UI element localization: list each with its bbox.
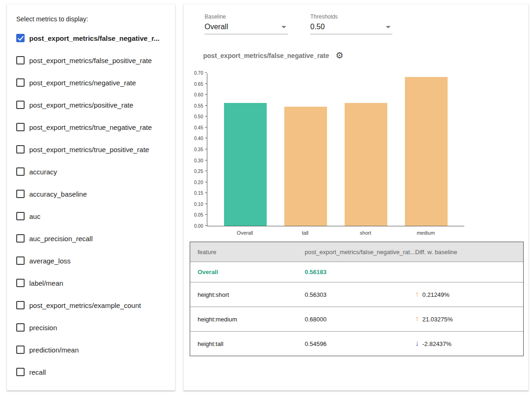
checkbox-unchecked-icon[interactable] [16, 256, 25, 265]
table-header-cell: Diff. w. baseline [408, 249, 523, 256]
metric-list-item[interactable]: label/mean [16, 272, 166, 294]
diff-cell: ↑21.03275% [408, 314, 523, 324]
checkbox-unchecked-icon[interactable] [16, 145, 25, 154]
diff-value: 0.21249% [423, 291, 450, 298]
metric-label: post_export_metrics/false_positive_rate [29, 57, 152, 64]
metric-list-item[interactable]: post_export_metrics/negative_rate [16, 71, 166, 94]
y-axis-tick-mark [205, 214, 207, 215]
thresholds-select[interactable]: 0.50 [310, 23, 392, 34]
metrics-table: featurepost_export_metrics/false_negativ… [190, 242, 524, 356]
feature-cell: height:tall [190, 340, 297, 347]
baseline-select[interactable]: Overall [205, 23, 288, 34]
y-axis-tick-mark [205, 72, 207, 73]
x-axis-tick-label: short [360, 230, 371, 236]
feature-cell: Overall [190, 269, 297, 275]
y-axis-tick-mark [205, 171, 207, 171]
checkbox-unchecked-icon[interactable] [16, 56, 25, 64]
table-header-cell: feature [190, 249, 297, 256]
y-axis-tick-mark [205, 105, 207, 106]
chart-title: post_export_metrics/false_negative_rate [203, 52, 329, 59]
checkbox-unchecked-icon[interactable] [16, 279, 25, 287]
y-axis-tick-label: 0.45 [184, 125, 203, 130]
y-axis-tick-mark [205, 116, 207, 116]
y-axis-tick-mark [205, 138, 207, 138]
diff-cell: ↓-2.82437% [408, 339, 523, 348]
y-axis-tick-label: 0.15 [184, 191, 203, 196]
metric-list-item[interactable]: post_export_metrics/false_negative_r... [16, 27, 166, 49]
y-axis-tick-mark [205, 204, 207, 204]
metric-label: prediction/mean [29, 346, 79, 354]
y-axis-tick-label: 0.10 [184, 202, 203, 207]
checkbox-unchecked-icon[interactable] [16, 78, 25, 87]
checkbox-checked-icon[interactable] [16, 34, 25, 42]
bar-Overall[interactable] [224, 103, 267, 226]
metric-list-item[interactable]: post_export_metrics/true_positive_rate [16, 138, 166, 160]
bar-tall[interactable] [284, 107, 327, 226]
y-axis-tick-mark [205, 127, 207, 128]
metric-list-item[interactable]: average_loss [16, 250, 166, 272]
thresholds-select-value: 0.50 [310, 23, 325, 31]
y-axis-tick-label: 0.05 [184, 212, 203, 218]
y-axis-tick-label: 0.40 [184, 136, 203, 141]
metric-list-item[interactable]: post_export_metrics/true_negative_rate [16, 116, 166, 138]
chart-header: post_export_metrics/false_negative_rate … [203, 51, 344, 60]
checkbox-unchecked-icon[interactable] [16, 167, 25, 176]
metric-list-item[interactable]: auc_precision_recall [16, 227, 166, 250]
checkbox-unchecked-icon[interactable] [16, 123, 25, 131]
y-axis-tick-label: 0.60 [184, 92, 203, 97]
metric-list-item[interactable]: recall [16, 361, 166, 383]
baseline-label: Baseline [205, 13, 288, 20]
y-axis-tick-label: 0.70 [184, 70, 203, 76]
checkbox-unchecked-icon[interactable] [16, 301, 25, 309]
y-axis-tick-label: 0.25 [184, 169, 203, 174]
metric-value-cell: 0.68000 [297, 316, 408, 323]
table-header-row: featurepost_export_metrics/false_negativ… [190, 242, 523, 262]
y-axis-tick-label: 0.55 [184, 103, 203, 109]
table-row: height:tall0.54596↓-2.82437% [190, 331, 523, 356]
results-panel: Baseline Overall Thresholds 0.50 post_ex… [183, 4, 529, 391]
metric-list-item[interactable]: precision [16, 316, 166, 339]
metric-label: post_export_metrics/example_count [29, 301, 141, 309]
y-axis: 0.000.050.100.150.200.250.300.350.400.45… [184, 73, 204, 226]
checkbox-unchecked-icon[interactable] [16, 234, 25, 243]
checkbox-unchecked-icon[interactable] [16, 212, 25, 220]
metric-list-item[interactable]: accuracy_baseline [16, 183, 166, 205]
y-axis-tick-mark [205, 149, 207, 149]
metric-label: precision [29, 324, 57, 332]
checkbox-unchecked-icon[interactable] [16, 101, 25, 109]
metric-list-item[interactable]: post_export_metrics/positive_rate [16, 94, 166, 116]
checkbox-unchecked-icon[interactable] [16, 346, 25, 354]
table-row: height:short0.56303↑0.21249% [190, 282, 523, 307]
y-axis-tick-mark [205, 182, 207, 182]
checkbox-unchecked-icon[interactable] [16, 190, 25, 198]
metric-label: post_export_metrics/positive_rate [29, 101, 133, 109]
metric-list-item[interactable]: accuracy [16, 160, 166, 183]
x-axis-tick-label: medium [417, 230, 435, 236]
metric-list-item[interactable]: post_export_metrics/example_count [16, 294, 166, 316]
y-axis-tick-label: 0.50 [184, 114, 203, 119]
metric-list-item[interactable]: post_export_metrics/false_positive_rate [16, 49, 166, 71]
bar-medium[interactable] [405, 77, 448, 226]
baseline-select-value: Overall [205, 23, 228, 31]
thresholds-label: Thresholds [310, 13, 392, 20]
y-axis-tick-label: 0.35 [184, 147, 203, 152]
settings-gear-icon[interactable]: ⚙ [336, 51, 344, 60]
metric-label: post_export_metrics/true_positive_rate [29, 146, 149, 154]
x-axis-tick-label: Overall [237, 230, 253, 236]
arrow-down-icon: ↓ [415, 339, 419, 348]
table-row: height:medium0.68000↑21.03275% [190, 307, 523, 331]
chevron-down-icon [386, 26, 391, 28]
metric-list-item[interactable]: auc [16, 205, 166, 227]
metric-label: post_export_metrics/false_negative_r... [29, 34, 160, 42]
bar-short[interactable] [345, 103, 387, 226]
table-row: Overall0.56183 [190, 262, 523, 282]
y-axis-tick-mark [205, 225, 207, 226]
metric-label: post_export_metrics/negative_rate [29, 79, 136, 87]
x-axis-tick-label: tall [302, 230, 308, 236]
metric-list-item[interactable]: prediction/mean [16, 339, 166, 361]
checkbox-unchecked-icon[interactable] [16, 323, 25, 332]
checkbox-unchecked-icon[interactable] [16, 368, 25, 376]
metric-value-cell: 0.54596 [297, 340, 408, 347]
metric-label: post_export_metrics/true_negative_rate [29, 123, 152, 131]
metric-label: accuracy_baseline [29, 190, 87, 198]
